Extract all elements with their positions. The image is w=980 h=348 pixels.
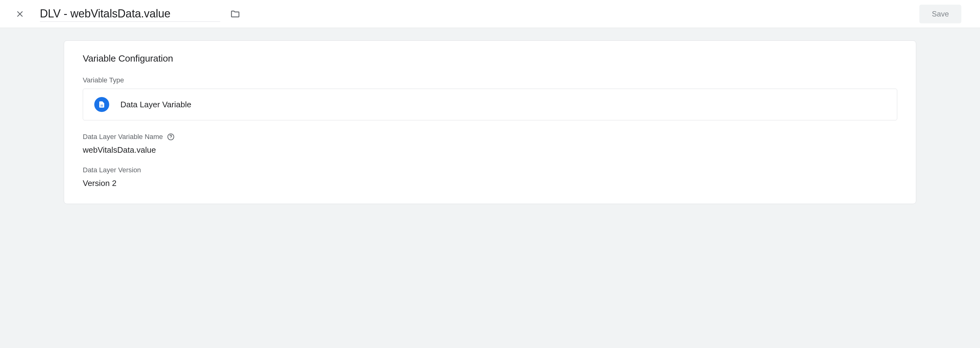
- title-container: [40, 6, 480, 22]
- folder-button[interactable]: [228, 6, 243, 21]
- dlv-version-label: Data Layer Version: [83, 166, 897, 174]
- dlv-name-label: Data Layer Variable Name: [83, 133, 163, 141]
- folder-icon: [230, 9, 240, 19]
- dlv-version-value: Version 2: [83, 178, 897, 188]
- variable-type-selector[interactable]: Data Layer Variable: [83, 89, 897, 120]
- save-button[interactable]: Save: [920, 5, 961, 23]
- dlv-name-label-row: Data Layer Variable Name: [83, 133, 897, 141]
- variable-type-value: Data Layer Variable: [120, 100, 191, 110]
- card-title: Variable Configuration: [83, 53, 897, 64]
- content-area: Variable Configuration Variable Type Dat…: [0, 28, 980, 348]
- close-button[interactable]: [13, 6, 27, 21]
- editor-header: Save: [0, 0, 980, 28]
- data-layer-variable-icon: [94, 97, 109, 112]
- dlv-name-value: webVitalsData.value: [83, 145, 897, 155]
- close-icon: [16, 10, 24, 18]
- variable-name-input[interactable]: [40, 6, 220, 22]
- svg-point-3: [170, 138, 171, 139]
- help-icon[interactable]: [167, 133, 175, 141]
- variable-type-label: Variable Type: [83, 76, 897, 84]
- variable-config-card: Variable Configuration Variable Type Dat…: [64, 40, 916, 204]
